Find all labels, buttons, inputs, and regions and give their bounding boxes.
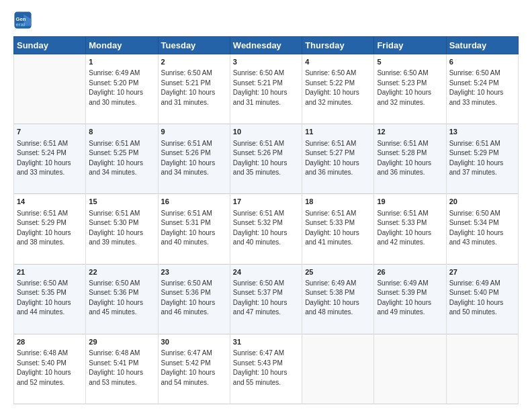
calendar-cell	[446, 334, 518, 404]
day-number: 11	[305, 127, 371, 137]
column-header-thursday: Thursday	[302, 37, 374, 54]
calendar-cell: 6Sunrise: 6:50 AM Sunset: 5:24 PM Daylig…	[446, 54, 518, 124]
day-number: 23	[161, 267, 227, 277]
calendar-cell: 17Sunrise: 6:51 AM Sunset: 5:32 PM Dayli…	[230, 194, 302, 264]
calendar-cell: 18Sunrise: 6:51 AM Sunset: 5:33 PM Dayli…	[302, 194, 374, 264]
calendar-cell: 11Sunrise: 6:51 AM Sunset: 5:27 PM Dayli…	[302, 124, 374, 194]
day-info: Sunrise: 6:50 AM Sunset: 5:35 PM Dayligh…	[17, 279, 83, 318]
day-info: Sunrise: 6:51 AM Sunset: 5:29 PM Dayligh…	[17, 209, 83, 248]
day-number: 19	[377, 197, 443, 207]
day-number: 12	[377, 127, 443, 137]
calendar-cell: 26Sunrise: 6:49 AM Sunset: 5:39 PM Dayli…	[374, 264, 446, 334]
day-info: Sunrise: 6:49 AM Sunset: 5:40 PM Dayligh…	[449, 279, 515, 318]
day-number: 9	[161, 127, 227, 137]
day-number: 27	[449, 267, 515, 277]
day-number: 13	[449, 127, 515, 137]
day-info: Sunrise: 6:49 AM Sunset: 5:38 PM Dayligh…	[305, 279, 371, 318]
calendar-cell	[302, 334, 374, 404]
calendar-cell: 7Sunrise: 6:51 AM Sunset: 5:24 PM Daylig…	[14, 124, 86, 194]
day-info: Sunrise: 6:50 AM Sunset: 5:21 PM Dayligh…	[161, 68, 227, 107]
day-info: Sunrise: 6:50 AM Sunset: 5:23 PM Dayligh…	[377, 68, 443, 107]
day-number: 2	[161, 57, 227, 67]
page-header: Gen eral	[13, 11, 519, 30]
day-number: 10	[233, 127, 299, 137]
day-number: 18	[305, 197, 371, 207]
calendar-cell: 21Sunrise: 6:50 AM Sunset: 5:35 PM Dayli…	[14, 264, 86, 334]
calendar-cell: 12Sunrise: 6:51 AM Sunset: 5:28 PM Dayli…	[374, 124, 446, 194]
day-number: 28	[17, 337, 83, 347]
day-number: 24	[233, 267, 299, 277]
day-info: Sunrise: 6:51 AM Sunset: 5:31 PM Dayligh…	[161, 209, 227, 248]
column-header-friday: Friday	[374, 37, 446, 54]
day-info: Sunrise: 6:47 AM Sunset: 5:43 PM Dayligh…	[233, 349, 299, 387]
day-number: 30	[161, 337, 227, 347]
day-info: Sunrise: 6:47 AM Sunset: 5:42 PM Dayligh…	[161, 349, 227, 387]
day-info: Sunrise: 6:51 AM Sunset: 5:33 PM Dayligh…	[305, 209, 371, 248]
day-info: Sunrise: 6:50 AM Sunset: 5:37 PM Dayligh…	[233, 279, 299, 318]
calendar-cell	[374, 334, 446, 404]
calendar-cell: 10Sunrise: 6:51 AM Sunset: 5:26 PM Dayli…	[230, 124, 302, 194]
week-row-1: 1Sunrise: 6:49 AM Sunset: 5:20 PM Daylig…	[14, 54, 519, 124]
day-number: 3	[233, 57, 299, 67]
day-info: Sunrise: 6:51 AM Sunset: 5:24 PM Dayligh…	[17, 139, 83, 178]
week-row-3: 14Sunrise: 6:51 AM Sunset: 5:29 PM Dayli…	[14, 194, 519, 264]
calendar-cell: 29Sunrise: 6:48 AM Sunset: 5:41 PM Dayli…	[86, 334, 158, 404]
calendar-cell: 15Sunrise: 6:51 AM Sunset: 5:30 PM Dayli…	[86, 194, 158, 264]
day-number: 8	[89, 127, 154, 137]
calendar-cell: 24Sunrise: 6:50 AM Sunset: 5:37 PM Dayli…	[230, 264, 302, 334]
day-info: Sunrise: 6:51 AM Sunset: 5:27 PM Dayligh…	[305, 139, 371, 178]
day-info: Sunrise: 6:51 AM Sunset: 5:26 PM Dayligh…	[161, 139, 227, 178]
day-number: 21	[17, 267, 83, 277]
column-header-saturday: Saturday	[446, 37, 518, 54]
day-info: Sunrise: 6:49 AM Sunset: 5:39 PM Dayligh…	[377, 279, 443, 318]
calendar-cell: 14Sunrise: 6:51 AM Sunset: 5:29 PM Dayli…	[14, 194, 86, 264]
day-number: 31	[233, 337, 299, 347]
day-number: 29	[89, 337, 154, 347]
calendar-cell: 25Sunrise: 6:49 AM Sunset: 5:38 PM Dayli…	[302, 264, 374, 334]
calendar-cell: 16Sunrise: 6:51 AM Sunset: 5:31 PM Dayli…	[158, 194, 230, 264]
calendar-cell: 4Sunrise: 6:50 AM Sunset: 5:22 PM Daylig…	[302, 54, 374, 124]
day-number: 17	[233, 197, 299, 207]
calendar-cell: 27Sunrise: 6:49 AM Sunset: 5:40 PM Dayli…	[446, 264, 518, 334]
day-info: Sunrise: 6:50 AM Sunset: 5:36 PM Dayligh…	[161, 279, 227, 318]
day-info: Sunrise: 6:51 AM Sunset: 5:29 PM Dayligh…	[449, 139, 515, 178]
day-info: Sunrise: 6:50 AM Sunset: 5:21 PM Dayligh…	[233, 68, 299, 107]
day-info: Sunrise: 6:51 AM Sunset: 5:25 PM Dayligh…	[89, 139, 154, 178]
calendar-cell: 31Sunrise: 6:47 AM Sunset: 5:43 PM Dayli…	[230, 334, 302, 404]
day-number: 25	[305, 267, 371, 277]
day-info: Sunrise: 6:50 AM Sunset: 5:24 PM Dayligh…	[449, 68, 515, 107]
day-number: 15	[89, 197, 154, 207]
day-number: 26	[377, 267, 443, 277]
calendar-cell: 9Sunrise: 6:51 AM Sunset: 5:26 PM Daylig…	[158, 124, 230, 194]
day-number: 22	[89, 267, 154, 277]
calendar-table: SundayMondayTuesdayWednesdayThursdayFrid…	[13, 36, 519, 404]
day-info: Sunrise: 6:51 AM Sunset: 5:26 PM Dayligh…	[233, 139, 299, 178]
day-info: Sunrise: 6:49 AM Sunset: 5:20 PM Dayligh…	[89, 68, 154, 107]
day-number: 4	[305, 57, 371, 67]
calendar-cell: 19Sunrise: 6:51 AM Sunset: 5:33 PM Dayli…	[374, 194, 446, 264]
day-info: Sunrise: 6:48 AM Sunset: 5:40 PM Dayligh…	[17, 349, 83, 387]
calendar-cell	[14, 54, 86, 124]
calendar-page: Gen eral SundayMondayTuesdayWednesdayThu…	[0, 0, 532, 411]
day-info: Sunrise: 6:50 AM Sunset: 5:34 PM Dayligh…	[449, 209, 515, 248]
day-info: Sunrise: 6:51 AM Sunset: 5:28 PM Dayligh…	[377, 139, 443, 178]
column-header-wednesday: Wednesday	[230, 37, 302, 54]
day-number: 6	[449, 57, 515, 67]
calendar-cell: 28Sunrise: 6:48 AM Sunset: 5:40 PM Dayli…	[14, 334, 86, 404]
column-header-monday: Monday	[86, 37, 158, 54]
column-header-sunday: Sunday	[14, 37, 86, 54]
day-number: 5	[377, 57, 443, 67]
calendar-cell: 2Sunrise: 6:50 AM Sunset: 5:21 PM Daylig…	[158, 54, 230, 124]
day-info: Sunrise: 6:48 AM Sunset: 5:41 PM Dayligh…	[89, 349, 154, 387]
calendar-cell: 8Sunrise: 6:51 AM Sunset: 5:25 PM Daylig…	[86, 124, 158, 194]
day-number: 20	[449, 197, 515, 207]
logo-icon: Gen eral	[13, 11, 32, 30]
day-number: 14	[17, 197, 83, 207]
day-info: Sunrise: 6:51 AM Sunset: 5:32 PM Dayligh…	[233, 209, 299, 248]
calendar-cell: 1Sunrise: 6:49 AM Sunset: 5:20 PM Daylig…	[86, 54, 158, 124]
week-row-2: 7Sunrise: 6:51 AM Sunset: 5:24 PM Daylig…	[14, 124, 519, 194]
day-info: Sunrise: 6:50 AM Sunset: 5:36 PM Dayligh…	[89, 279, 154, 318]
week-row-5: 28Sunrise: 6:48 AM Sunset: 5:40 PM Dayli…	[14, 334, 519, 404]
svg-text:eral: eral	[16, 21, 26, 28]
day-number: 7	[17, 127, 83, 137]
